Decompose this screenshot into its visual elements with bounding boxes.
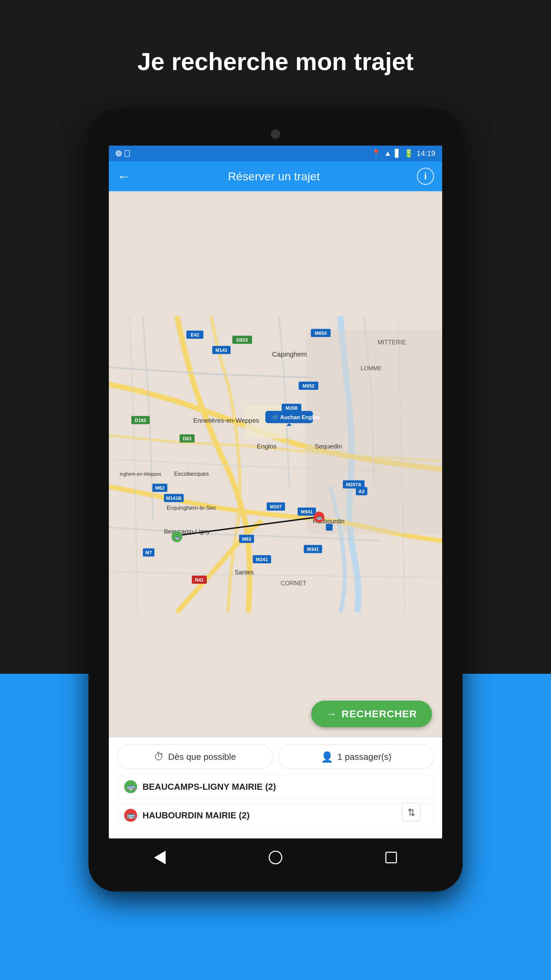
svg-text:M7: M7 (145, 550, 152, 555)
svg-text:Santes: Santes (235, 569, 254, 576)
battery-icon: 🔋 (404, 149, 413, 158)
svg-text:N41: N41 (195, 577, 204, 582)
svg-text:D933: D933 (237, 337, 248, 343)
svg-text:M141: M141 (215, 347, 227, 353)
search-icon: → (326, 708, 337, 720)
page-title: Je recherche mon trajet (0, 48, 551, 76)
bottom-panel: ⏱ Dès que possible 👤 1 passager(s) 🚌 BEA… (109, 737, 442, 838)
status-bar: 📍 ▲ ▋ 🔋 14:19 (109, 146, 442, 161)
status-icon-2 (124, 150, 130, 157)
passengers-label: 1 passager(s) (337, 752, 392, 762)
phone-screen: 📍 ▲ ▋ 🔋 14:19 ← Réserver un trajet i (109, 146, 442, 838)
svg-text:M141B: M141B (166, 495, 181, 501)
svg-text:inghem-en-Weppes: inghem-en-Weppes (120, 471, 161, 477)
svg-text:M207: M207 (270, 504, 282, 509)
map-svg: Capinghem MITTERIE LOMME Ennetières-en-W… (109, 191, 442, 737)
time-icon: ⏱ (154, 751, 164, 762)
tablet-camera (271, 129, 280, 139)
destination-item[interactable]: 🚌 HAUBOURDIN MAIRIE (2) (117, 803, 434, 827)
passengers-pill[interactable]: 👤 1 passager(s) (278, 745, 434, 769)
nav-recent-button[interactable] (381, 847, 401, 868)
svg-text:M207A: M207A (346, 482, 361, 487)
svg-text:M63: M63 (242, 536, 251, 542)
nav-home-button[interactable] (265, 847, 286, 868)
svg-text:M341: M341 (307, 546, 319, 552)
app-bar-title: Réserver un trajet (228, 170, 320, 183)
swap-button[interactable]: ⇅ (402, 803, 421, 821)
svg-text:Ennetières-en-Weppes: Ennetières-en-Weppes (193, 417, 259, 424)
destination-label: HAUBOURDIN MAIRIE (2) (143, 810, 250, 821)
svg-text:Beaucamp-Ligny: Beaucamp-Ligny (164, 528, 210, 535)
page-background: Je recherche mon trajet 📍 ▲ ▋ 🔋 14:19 (0, 0, 551, 980)
home-circle-icon (269, 851, 282, 864)
svg-text:Englos: Englos (257, 443, 276, 450)
status-time: 14:19 (417, 149, 435, 158)
svg-rect-1 (306, 330, 442, 534)
svg-text:A2: A2 (359, 488, 365, 494)
svg-text:🚌: 🚌 (316, 515, 322, 520)
passengers-icon: 👤 (321, 751, 333, 763)
svg-text:Capinghem: Capinghem (272, 350, 307, 358)
nav-back-button[interactable] (150, 847, 170, 868)
svg-text:D63: D63 (183, 436, 192, 441)
title-area: Je recherche mon trajet (0, 48, 551, 76)
svg-text:Sequedin: Sequedin (314, 443, 342, 450)
svg-rect-62 (326, 524, 333, 531)
svg-text:M652: M652 (302, 383, 314, 388)
wifi-icon: ▲ (384, 149, 392, 158)
svg-text:D162: D162 (135, 417, 146, 423)
back-triangle-icon (154, 851, 166, 864)
app-bar: ← Réserver un trajet i (109, 161, 442, 191)
svg-text:M241: M241 (256, 557, 268, 562)
search-button[interactable]: → RECHERCHER (311, 701, 432, 727)
location-icon: 📍 (372, 149, 381, 158)
svg-text:E42: E42 (191, 332, 199, 337)
svg-text:M208: M208 (285, 405, 297, 411)
search-label: RECHERCHER (341, 708, 417, 720)
svg-text:CORNET: CORNET (281, 580, 306, 587)
time-pill[interactable]: ⏱ Dès que possible (117, 745, 273, 769)
status-icon-1 (116, 150, 122, 156)
svg-text:M654: M654 (314, 331, 327, 336)
svg-text:M62: M62 (155, 485, 164, 491)
time-label: Dès que possible (168, 752, 236, 762)
status-right-icons: 📍 ▲ ▋ 🔋 14:19 (372, 149, 435, 158)
back-button[interactable]: ← (117, 169, 130, 184)
info-button[interactable]: i (417, 168, 434, 185)
svg-text:MITTERIE: MITTERIE (378, 339, 406, 346)
origin-label: BEAUCAMPS-LIGNY MAIRIE (2) (143, 782, 276, 792)
svg-text:🚌: 🚌 (174, 535, 180, 540)
recent-square-icon (385, 852, 397, 863)
origin-icon: 🚌 (124, 780, 137, 793)
bottom-row-pills: ⏱ Dès que possible 👤 1 passager(s) (117, 745, 434, 769)
map-area[interactable]: Capinghem MITTERIE LOMME Ennetières-en-W… (109, 191, 442, 737)
svg-text:LOMME: LOMME (360, 365, 382, 372)
destination-icon: 🚌 (124, 809, 137, 822)
svg-text:Escobecques: Escobecques (174, 471, 209, 477)
origin-item[interactable]: 🚌 BEAUCAMPS-LIGNY MAIRIE (2) (117, 775, 434, 799)
svg-text:Erquinghem-le-Sec: Erquinghem-le-Sec (167, 504, 216, 511)
routes-container: 🚌 BEAUCAMPS-LIGNY MAIRIE (2) ⇅ 🚌 HAUBOUR… (117, 775, 434, 827)
signal-icon: ▋ (395, 149, 401, 158)
tablet-device: 📍 ▲ ▋ 🔋 14:19 ← Réserver un trajet i (89, 109, 462, 891)
nav-bar (102, 844, 449, 871)
svg-text:🛒 Auchan Englos: 🛒 Auchan Englos (272, 414, 320, 421)
svg-text:M941: M941 (301, 509, 313, 514)
status-left-icons (116, 150, 130, 157)
